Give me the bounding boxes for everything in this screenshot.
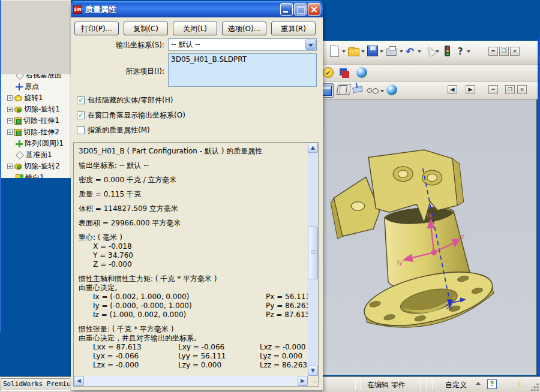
scroll-up-icon[interactable]: ▲ (308, 143, 318, 153)
dialog-minimize-icon[interactable] (280, 3, 293, 16)
recalculate-button[interactable]: 重算(R) (271, 22, 316, 35)
include-hidden-checkbox[interactable] (77, 97, 85, 104)
undo-icon[interactable]: ↶ (406, 46, 418, 58)
tree-item-label: 切除-旋转2 (24, 161, 60, 171)
tree-item-15[interactable]: 镜向1 (0, 172, 71, 178)
tree-item-7[interactable]: 原点 (0, 81, 71, 92)
results-text[interactable]: 3D05_H01_B ( Part Configuration - 默认 ) 的… (74, 143, 308, 376)
results-title-line: 3D05_H01_B ( Part Configuration - 默认 ) 的… (79, 147, 308, 156)
appearance-sphere-icon[interactable] (356, 67, 367, 78)
tree-item-9[interactable]: +切除-旋转1 (0, 104, 71, 115)
dialog-maximize-icon[interactable] (294, 3, 307, 16)
realview-sphere-icon[interactable] (386, 85, 397, 95)
tree-item-label: 切除-旋转1 (24, 104, 60, 114)
results-horizontal-scrollbar[interactable]: ◀ ▶ (74, 376, 308, 386)
tree-item-10[interactable]: +切除-拉伸1 (0, 115, 71, 126)
select-caret-icon[interactable] (436, 50, 439, 53)
window-restore-icon[interactable]: ❐ (499, 47, 509, 56)
triad-label-iy: Iy (397, 258, 403, 267)
ic-origin-icon (16, 83, 23, 91)
save-icon[interactable] (367, 46, 378, 56)
scrollbar-thumb[interactable] (308, 227, 318, 279)
wireframe-view-icon[interactable] (337, 85, 347, 95)
resize-grip[interactable] (531, 383, 539, 391)
selected-items-box[interactable]: 3D05_H01_B.SLDPRT (168, 53, 317, 87)
scroll-down-icon[interactable]: ▼ (308, 366, 318, 376)
results-coord-line: 输出坐标系: -- 默认 -- (79, 161, 308, 170)
tree-item-11[interactable]: +切除-拉伸2 (0, 126, 71, 138)
save-caret-icon[interactable] (380, 50, 383, 53)
principal-sub: 由重心决定。 (79, 284, 308, 293)
expand-plus-icon[interactable]: + (7, 107, 13, 112)
undo-caret-icon[interactable] (418, 50, 421, 53)
print-icon[interactable] (386, 49, 397, 56)
print-button[interactable]: 打印(P)... (74, 22, 119, 35)
show-coord-checkbox[interactable] (77, 111, 85, 119)
rebuild-traffic-light-icon[interactable] (445, 46, 450, 56)
triad-label-ix: Ix (427, 211, 433, 219)
status-help-icon[interactable]: ? (487, 379, 497, 389)
help-icon[interactable]: ? (456, 46, 464, 58)
help-caret-icon[interactable] (467, 50, 470, 53)
ic-revcut-icon (14, 164, 22, 170)
window-minimize-icon[interactable]: ━ (488, 47, 498, 56)
custom-caret-icon[interactable] (476, 382, 481, 385)
view-caret-icon[interactable] (380, 90, 384, 92)
assigned-mass-checkbox-row[interactable]: 指派的质量属性(M) (77, 126, 150, 135)
expand-plus-icon[interactable]: + (7, 118, 13, 123)
new-caret-icon[interactable] (342, 50, 346, 53)
status-custom[interactable]: 自定义 (445, 380, 467, 390)
scroll-left-icon[interactable]: ◀ (74, 376, 84, 386)
doc-minimize-icon[interactable]: ━ (488, 85, 498, 94)
ic-rev-icon (14, 95, 22, 101)
print-caret-icon[interactable] (400, 50, 403, 53)
new-document-icon[interactable] (330, 46, 339, 57)
tree-item-8[interactable]: +旋转1 (0, 92, 71, 104)
pane-toggle-left-icon[interactable]: ◀ (448, 85, 457, 94)
color-swatches-icon[interactable] (340, 68, 347, 76)
expand-plus-icon[interactable]: + (7, 164, 13, 169)
scroll-right-icon[interactable]: ▶ (298, 376, 308, 386)
ic-revcut-icon (14, 107, 22, 113)
principal-row: Ix = (-0.002, 1.000, 0.000)Px = 56.111 (79, 293, 308, 301)
show-coord-checkbox-row[interactable]: 在窗口角落显示输出坐标系(O) (77, 111, 185, 120)
ic-extcut-icon (14, 129, 22, 136)
graphics-viewport[interactable]: Ix Iy Iz (318, 99, 536, 375)
dialog-close-icon[interactable] (308, 3, 320, 16)
secondary-toolbar: ✓ (317, 65, 538, 82)
tree-item-14[interactable]: +切除-旋转2 (0, 161, 71, 172)
status-editing: 在编辑 零件 (367, 380, 406, 390)
expand-plus-icon[interactable]: + (7, 95, 13, 101)
results-vertical-scrollbar[interactable]: ▲ ▼ (308, 143, 318, 376)
open-caret-icon[interactable] (361, 50, 365, 53)
tensor-row: Lyx = -0.066Lyy = 56.111Lyz = 0.000 (79, 352, 308, 361)
expand-plus-icon[interactable]: + (7, 129, 13, 135)
window-left-border (0, 0, 1, 331)
assigned-mass-checkbox[interactable] (77, 126, 85, 134)
select-cursor-icon[interactable] (424, 46, 436, 58)
tree-item-label: 切除-拉伸1 (23, 116, 59, 126)
results-resize-grip[interactable] (308, 376, 318, 386)
show-coord-label: 在窗口角落显示输出坐标系(O) (88, 110, 185, 120)
tree-item-13[interactable]: 基准面1 (0, 149, 71, 161)
status-crescent-icon[interactable]: ☾ (517, 379, 525, 388)
include-hidden-checkbox-row[interactable]: 包括隐藏的实体/零部件(H) (77, 96, 173, 105)
coord-system-label: 输出坐标系(S): (71, 40, 164, 50)
open-icon[interactable] (348, 48, 359, 56)
solidworks-app: SW SOLIDWORKS 特征 草图 3D05_H01_B(默+注解+方程式材… (0, 0, 540, 392)
dialog-titlebar[interactable]: SW 质量属性 (71, 1, 323, 17)
options-button[interactable]: 选项(O)... (222, 22, 266, 35)
copy-button[interactable]: 复制(C) (124, 22, 168, 35)
tree-item-12[interactable]: 阵列(圆周)1 (0, 138, 71, 149)
chevron-down-icon[interactable] (305, 40, 316, 50)
doc-close-icon[interactable]: × (517, 85, 527, 94)
close-button[interactable]: 关闭(L) (173, 22, 217, 35)
coord-system-value: -- 默认 -- (171, 40, 200, 49)
window-close-icon[interactable]: × (510, 47, 520, 56)
doc-cascade-icon[interactable]: ❐ (505, 85, 515, 94)
shaded-cube-icon (322, 86, 332, 96)
section-view-icon[interactable] (352, 86, 363, 93)
pane-toggle-right-icon[interactable]: ▶ (466, 85, 475, 94)
accept-check-icon[interactable]: ✓ (323, 67, 334, 78)
coord-system-select[interactable]: -- 默认 -- (168, 38, 317, 51)
